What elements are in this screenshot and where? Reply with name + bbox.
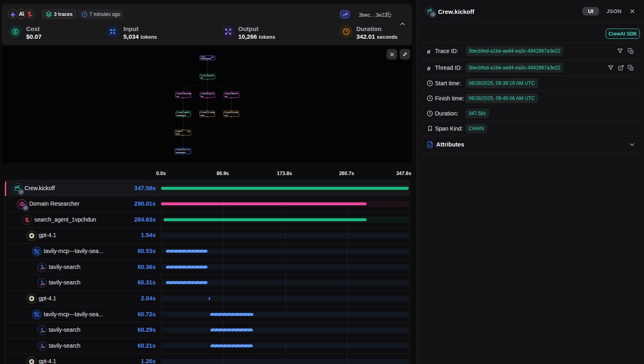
svg-text:Report Writer: Report Writer <box>227 93 236 95</box>
svg-text:Run: Run <box>203 56 206 58</box>
svg-text:Data Analyst: Data Analyst <box>203 93 212 95</box>
svg-text:Crew.kickoff: Crew.kickoff <box>203 75 212 77</box>
svg-text:gpt-4.1: gpt-4.1 <box>178 131 183 132</box>
svg-text:tavily-search: tavily-search <box>178 149 187 151</box>
